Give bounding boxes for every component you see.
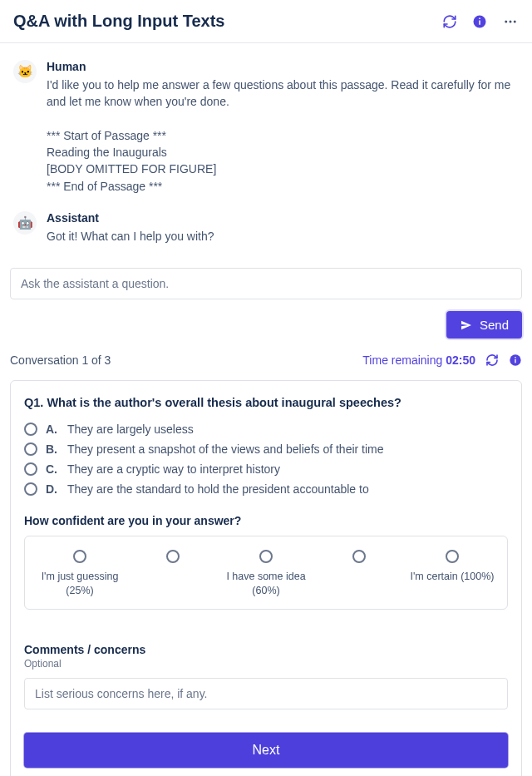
assistant-message: 🤖 Assistant Got it! What can I help you … [13, 211, 519, 245]
comments-label: Comments / concerns [24, 643, 508, 656]
radio-icon [24, 423, 37, 436]
option-d[interactable]: D. They are the standard to hold the pre… [24, 482, 508, 496]
confidence-1[interactable]: I'm just guessing (25%) [33, 550, 126, 597]
send-icon [460, 319, 473, 332]
svg-rect-2 [479, 17, 480, 19]
svg-rect-1 [479, 20, 480, 24]
comments-input[interactable] [24, 678, 508, 709]
question-panel: Q1. What is the author's overall thesis … [10, 380, 522, 776]
comments-optional: Optional [24, 658, 508, 670]
confidence-5[interactable]: I'm certain (100%) [406, 550, 499, 597]
human-avatar: 🐱 [13, 60, 37, 83]
refresh-icon[interactable] [442, 14, 457, 29]
time-remaining: Time remaining 02:50 [362, 353, 475, 367]
radio-icon [352, 550, 366, 563]
answer-options: A. They are largely useless B. They pres… [24, 423, 508, 496]
header: Q&A with Long Input Texts [0, 0, 532, 43]
confidence-text: I'm just guessing (25%) [33, 570, 126, 597]
option-text: They are a cryptic way to interpret hist… [67, 462, 280, 476]
chat-area: 🐱 Human I'd like you to help me answer a… [0, 43, 532, 268]
conversation-count: Conversation 1 of 3 [10, 353, 111, 367]
svg-rect-8 [515, 357, 515, 358]
refresh-time-icon[interactable] [485, 353, 499, 367]
option-letter: A. [46, 423, 59, 436]
more-icon[interactable] [502, 14, 519, 29]
send-label: Send [480, 318, 509, 332]
time-label: Time remaining [362, 353, 442, 367]
radio-icon [446, 550, 459, 563]
option-letter: C. [46, 462, 59, 476]
time-value: 02:50 [446, 353, 475, 367]
meta-row: Conversation 1 of 3 Time remaining 02:50 [0, 353, 532, 380]
option-b[interactable]: B. They present a snapshot of the views … [24, 442, 508, 456]
chat-input[interactable] [10, 268, 522, 299]
page-title: Q&A with Long Input Texts [13, 12, 224, 31]
option-text: They are the standard to hold the presid… [67, 482, 369, 496]
svg-rect-7 [515, 359, 515, 363]
send-button[interactable]: Send [446, 311, 522, 339]
radio-icon [166, 550, 180, 563]
confidence-2[interactable] [126, 550, 219, 597]
human-text: I'd like you to help me answer a few que… [47, 77, 519, 195]
option-text: They are largely useless [67, 423, 194, 436]
assistant-text: Got it! What can I help you with? [47, 228, 519, 245]
human-name: Human [47, 60, 519, 73]
confidence-3[interactable]: I have some idea (60%) [219, 550, 313, 597]
human-message: 🐱 Human I'd like you to help me answer a… [13, 60, 519, 195]
option-text: They present a snapshot of the views and… [67, 442, 384, 456]
header-actions [442, 14, 519, 29]
svg-point-4 [510, 20, 512, 22]
radio-icon [259, 550, 273, 563]
confidence-label: How confident are you in your answer? [24, 514, 508, 527]
svg-point-5 [514, 20, 516, 22]
option-a[interactable]: A. They are largely useless [24, 423, 508, 436]
confidence-text: I have some idea (60%) [219, 570, 313, 597]
confidence-scale: I'm just guessing (25%) I have some idea… [24, 536, 508, 610]
radio-icon [24, 442, 37, 456]
radio-icon [24, 462, 37, 476]
radio-icon [73, 550, 86, 563]
info-icon[interactable] [472, 14, 487, 29]
svg-point-3 [505, 20, 507, 22]
option-c[interactable]: C. They are a cryptic way to interpret h… [24, 462, 508, 476]
question-text: Q1. What is the author's overall thesis … [24, 396, 508, 409]
assistant-name: Assistant [47, 211, 519, 225]
radio-icon [24, 482, 37, 496]
info-time-icon[interactable] [509, 353, 522, 367]
option-letter: B. [46, 442, 59, 456]
confidence-4[interactable] [313, 550, 406, 597]
next-button[interactable]: Next [24, 733, 508, 768]
confidence-text: I'm certain (100%) [410, 570, 494, 595]
option-letter: D. [46, 482, 59, 496]
assistant-avatar: 🤖 [13, 211, 37, 235]
